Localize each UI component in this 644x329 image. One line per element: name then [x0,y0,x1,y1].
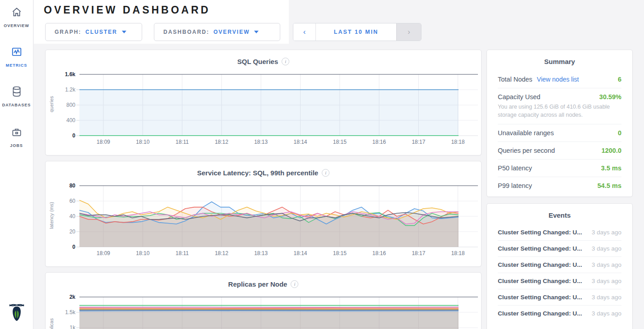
dashboard-dropdown[interactable]: DASHBOARD: OVERVIEW [154,23,280,41]
svg-text:18:15: 18:15 [333,250,347,256]
svg-text:0: 0 [72,244,75,250]
svg-text:18:17: 18:17 [412,250,425,256]
event-row[interactable]: Cluster Setting Changed: U...3 days ago [498,273,621,289]
time-prev-button[interactable]: ‹ [293,23,316,41]
chevron-down-icon [122,31,126,33]
event-time: 3 days ago [587,245,621,252]
summary-row: Queries per second1200.0 [498,142,621,159]
event-time: 3 days ago [587,294,621,301]
event-time: 3 days ago [587,261,621,268]
sidebar-item-metrics[interactable]: METRICS [0,46,33,68]
svg-text:18:10: 18:10 [136,139,149,145]
sidebar: OVERVIEW METRICS DATABASES JOBS [0,0,33,329]
svg-text:40: 40 [69,213,76,219]
svg-text:18:13: 18:13 [254,139,268,145]
svg-text:18:13: 18:13 [254,250,268,256]
svg-text:18:11: 18:11 [176,139,189,145]
view-nodes-list-link[interactable]: View nodes list [537,76,579,83]
summary-value: 30.59% [599,93,621,101]
svg-text:1.5k: 1.5k [65,309,76,315]
chart-card-replicas-per-node: Replicas per Node i replicas 18:0918:101… [45,272,482,329]
event-message: Cluster Setting Changed: U... [498,278,582,284]
event-message: Cluster Setting Changed: U... [498,261,582,268]
event-row[interactable]: Cluster Setting Changed: U...3 days ago [498,256,621,273]
sidebar-item-jobs[interactable]: JOBS [0,126,33,148]
event-time: 3 days ago [587,229,621,236]
event-message: Cluster Setting Changed: U... [498,294,582,301]
summary-value: 54.5 ms [598,182,621,189]
chart-title: Service Latency: SQL, 99th percentile [197,169,318,177]
dashboard-dropdown-value: OVERVIEW [213,29,250,35]
dashboard-dropdown-label: DASHBOARD: [163,29,209,35]
svg-text:18:09: 18:09 [97,139,110,145]
jobs-icon [11,126,23,140]
page-title: OVERVIEW DASHBOARD [44,4,210,16]
sidebar-item-label: METRICS [6,63,28,68]
chart-card-sql-queries: SQL Queries i queries 18:0918:1018:1118:… [45,50,482,155]
svg-text:18:14: 18:14 [293,250,307,256]
summary-row: P99 latency54.5 ms [498,177,621,194]
svg-text:18:12: 18:12 [215,139,228,145]
svg-text:1.6k: 1.6k [65,71,76,78]
service-latency-plot[interactable]: latency (ms) 18:0918:1018:1118:1218:1318… [46,180,481,262]
sql-queries-plot[interactable]: queries 18:0918:1018:1118:1218:1318:1418… [46,69,481,151]
graph-dropdown-label: GRAPH: [55,29,81,35]
svg-text:1.2k: 1.2k [65,87,76,93]
svg-text:18:16: 18:16 [372,250,386,256]
event-row[interactable]: Cluster Setting Changed: U...3 days ago [498,240,621,256]
graph-dropdown-value: CLUSTER [85,29,117,35]
graph-dropdown[interactable]: GRAPH: CLUSTER [45,23,142,41]
summary-row: P50 latency3.5 ms [498,159,621,177]
svg-text:2k: 2k [69,294,76,300]
time-range-value[interactable]: LAST 10 MIN [316,23,396,41]
summary-value: 0 [618,129,621,137]
svg-text:18:09: 18:09 [97,250,110,256]
summary-label: P99 latency [498,182,532,189]
svg-text:18:18: 18:18 [451,139,465,145]
summary-label: Queries per second [498,147,555,154]
event-row[interactable]: Cluster Setting Changed: U...3 days ago [498,305,621,321]
event-message: Cluster Setting Changed: U... [498,229,582,236]
svg-text:400: 400 [66,117,75,123]
summary-row: Unavailable ranges0 [498,124,621,142]
event-row[interactable]: Cluster Setting Changed: U...3 days ago [498,224,621,240]
time-range-selector: ‹ LAST 10 MIN › [293,23,422,41]
svg-text:0: 0 [72,133,75,139]
databases-icon [11,86,23,99]
svg-text:18:11: 18:11 [176,250,189,256]
sidebar-item-label: DATABASES [2,103,31,107]
info-icon[interactable]: i [322,169,329,177]
svg-text:18:14: 18:14 [293,139,307,145]
event-message: Cluster Setting Changed: U... [498,310,582,317]
chevron-right-icon: › [408,27,410,37]
svg-text:18:10: 18:10 [136,250,149,256]
svg-text:20: 20 [69,228,76,235]
event-message: Cluster Setting Changed: U... [498,245,582,252]
time-next-button[interactable]: › [396,23,421,41]
svg-text:18:17: 18:17 [412,139,425,145]
summary-label: P50 latency [498,164,532,172]
sidebar-item-label: OVERVIEW [4,23,29,28]
info-icon[interactable]: i [291,280,298,288]
sidebar-item-overview[interactable]: OVERVIEW [0,6,33,28]
event-time: 3 days ago [587,310,621,317]
metrics-icon [11,46,23,59]
sql-queries-chart: 18:0918:1018:1118:1218:1318:1418:1518:16… [46,69,481,151]
summary-note: You are using 125.6 GiB of 410.6 GiB usa… [498,103,621,119]
svg-text:18:16: 18:16 [372,139,386,145]
summary-label: Capacity Used [498,93,540,101]
chevron-down-icon [254,31,259,33]
event-row[interactable]: Cluster Setting Changed: U...3 days ago [498,289,621,305]
replicas-per-node-plot[interactable]: replicas 18:0918:1018:1118:1218:1318:141… [46,292,481,329]
replicas-per-node-chart: 18:0918:1018:1118:1218:1318:1418:1518:16… [46,292,481,329]
svg-text:60: 60 [69,198,76,204]
svg-text:18:15: 18:15 [333,139,347,145]
service-latency-chart: 18:0918:1018:1118:1218:1318:1418:1518:16… [46,180,481,262]
summary-panel: Summary Total NodesView nodes list6Capac… [486,50,633,197]
sidebar-item-label: JOBS [10,143,23,148]
toolbar: GRAPH: CLUSTER DASHBOARD: OVERVIEW ‹ LAS… [0,23,644,41]
sidebar-item-databases[interactable]: DATABASES [0,86,33,107]
info-icon[interactable]: i [282,58,289,65]
events-panel: Events Cluster Setting Changed: U...3 da… [486,203,633,329]
chevron-left-icon: ‹ [303,27,306,37]
